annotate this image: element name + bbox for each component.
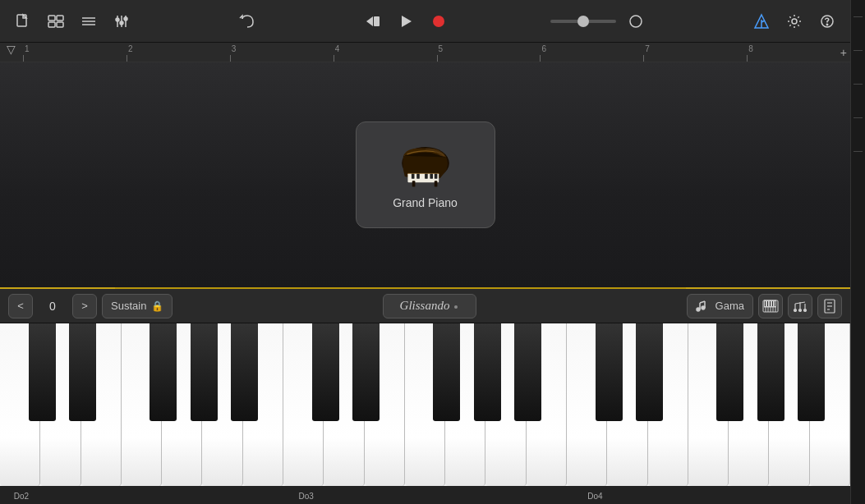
svg-rect-28 bbox=[416, 173, 420, 178]
transpose-value: 0 bbox=[38, 300, 67, 313]
gama-button[interactable]: Gama bbox=[687, 294, 753, 318]
do4-label: Do4 bbox=[587, 492, 602, 501]
settings-view-button[interactable] bbox=[817, 294, 842, 318]
scroll-tick-3 bbox=[853, 84, 863, 85]
svg-point-22 bbox=[792, 19, 797, 24]
svg-rect-1 bbox=[48, 16, 55, 21]
svg-point-51 bbox=[794, 309, 797, 311]
svg-rect-46 bbox=[765, 300, 766, 307]
black-key[interactable] bbox=[636, 323, 663, 421]
black-key[interactable] bbox=[596, 323, 623, 421]
svg-point-34 bbox=[454, 305, 458, 309]
undo-button[interactable] bbox=[234, 8, 260, 34]
list-view-button[interactable] bbox=[76, 8, 102, 34]
black-key[interactable] bbox=[798, 323, 825, 421]
piano-keyboard bbox=[0, 323, 850, 486]
keyboard-area: Do2 Do3 Do4 bbox=[0, 323, 850, 504]
new-button[interactable] bbox=[10, 8, 36, 34]
ruler-marks: 1 2 3 4 5 6 7 bbox=[7, 43, 850, 62]
black-key[interactable] bbox=[757, 323, 784, 421]
mixer-button[interactable] bbox=[108, 8, 135, 34]
ruler-mark-3: 3 bbox=[230, 43, 334, 62]
svg-rect-15 bbox=[374, 16, 380, 26]
ruler-mark-6: 6 bbox=[540, 43, 643, 62]
volume-thumb bbox=[577, 16, 589, 27]
svg-point-18 bbox=[630, 16, 642, 27]
prev-octave-button[interactable]: < bbox=[8, 294, 33, 318]
svg-rect-30 bbox=[430, 173, 433, 178]
svg-rect-47 bbox=[767, 300, 769, 307]
add-measure-button[interactable]: + bbox=[840, 46, 847, 59]
svg-point-52 bbox=[799, 309, 802, 311]
toolbar-volume-group bbox=[550, 8, 649, 34]
help-button[interactable] bbox=[814, 8, 840, 34]
tuner-button[interactable] bbox=[623, 8, 649, 34]
glissando-button[interactable]: Glissando bbox=[383, 294, 477, 318]
black-key[interactable] bbox=[352, 323, 380, 421]
ruler-mark-7: 7 bbox=[643, 43, 747, 62]
ruler-mark-8: 8 bbox=[747, 43, 850, 62]
lock-icon: 🔒 bbox=[151, 300, 163, 312]
black-key[interactable] bbox=[29, 323, 56, 421]
svg-point-24 bbox=[826, 24, 827, 25]
notes-icon bbox=[696, 300, 711, 312]
svg-rect-27 bbox=[411, 173, 414, 178]
view-toggle-button[interactable] bbox=[43, 8, 69, 34]
gold-accent-right bbox=[686, 287, 850, 289]
next-octave-button[interactable]: > bbox=[72, 294, 97, 318]
scroll-tick-4 bbox=[853, 117, 863, 118]
svg-rect-50 bbox=[775, 300, 776, 307]
toolbar-transport-group bbox=[360, 8, 452, 34]
black-key[interactable] bbox=[150, 323, 177, 421]
right-ctrl-group bbox=[758, 294, 842, 318]
record-button[interactable] bbox=[426, 8, 452, 34]
svg-rect-32 bbox=[412, 181, 415, 186]
svg-rect-3 bbox=[48, 22, 55, 27]
instrument-name: Grand Piano bbox=[393, 196, 458, 209]
rewind-button[interactable] bbox=[360, 8, 386, 34]
black-key[interactable] bbox=[474, 323, 501, 421]
play-button[interactable] bbox=[393, 8, 419, 34]
scroll-tick-2 bbox=[853, 50, 863, 51]
playhead-icon: ▽ bbox=[7, 43, 16, 56]
ruler-mark-2: 2 bbox=[127, 43, 230, 62]
svg-rect-29 bbox=[425, 173, 428, 178]
sustain-button[interactable]: Sustain 🔒 bbox=[102, 294, 173, 318]
ruler: ▽ 1 2 3 4 5 6 bbox=[0, 43, 850, 62]
svg-point-13 bbox=[124, 17, 127, 21]
piano-keys-view-button[interactable] bbox=[758, 294, 783, 318]
glissando-dot bbox=[453, 304, 459, 310]
ruler-mark-4: 4 bbox=[334, 43, 437, 62]
svg-point-11 bbox=[116, 18, 119, 21]
black-key[interactable] bbox=[514, 323, 541, 421]
svg-rect-49 bbox=[772, 300, 774, 307]
chord-icon bbox=[793, 300, 807, 313]
svg-point-53 bbox=[804, 309, 807, 311]
svg-marker-14 bbox=[366, 16, 373, 26]
do3-label: Do3 bbox=[298, 492, 313, 501]
black-key[interactable] bbox=[69, 323, 96, 421]
svg-marker-16 bbox=[402, 16, 412, 27]
svg-rect-48 bbox=[770, 300, 771, 307]
scroll-tick-5 bbox=[853, 151, 863, 152]
svg-point-12 bbox=[120, 21, 123, 25]
sidebar-scrollbar[interactable] bbox=[850, 0, 865, 504]
instrument-card[interactable]: Grand Piano bbox=[356, 121, 495, 228]
chord-view-button[interactable] bbox=[788, 294, 812, 318]
black-key[interactable] bbox=[433, 323, 460, 421]
black-key[interactable] bbox=[312, 323, 339, 421]
volume-slider[interactable] bbox=[550, 20, 616, 23]
scroll-tick-1 bbox=[853, 16, 863, 17]
svg-point-17 bbox=[433, 16, 444, 27]
toolbar-right-group bbox=[748, 8, 840, 34]
black-key[interactable] bbox=[191, 323, 218, 421]
instrument-area: Grand Piano bbox=[0, 62, 850, 287]
black-key[interactable] bbox=[716, 323, 743, 421]
do2-label: Do2 bbox=[14, 492, 29, 501]
settings-button[interactable] bbox=[781, 8, 807, 34]
svg-rect-33 bbox=[434, 181, 437, 186]
black-key[interactable] bbox=[231, 323, 258, 421]
svg-rect-2 bbox=[57, 16, 63, 21]
toolbar-center-group bbox=[234, 8, 260, 34]
metronome-button[interactable] bbox=[748, 8, 775, 34]
